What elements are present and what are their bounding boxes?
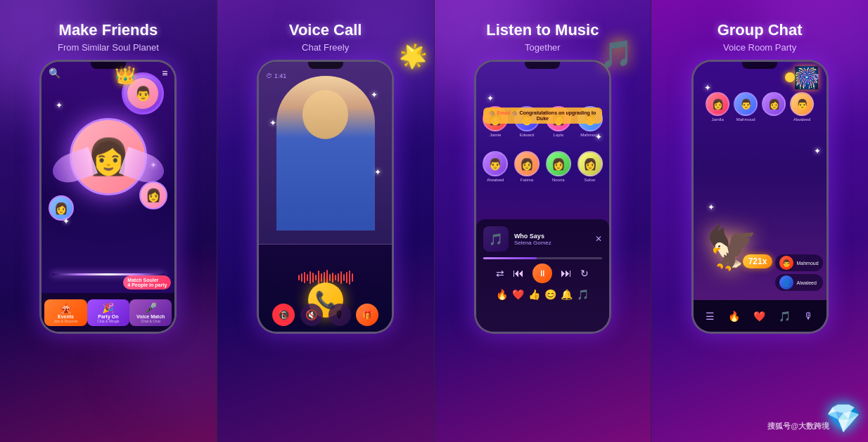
match-subtitle: 4 People in party	[127, 282, 167, 287]
panel4-subtitle: Voice Room Party	[723, 42, 796, 53]
avatar-layla-name: Layla	[554, 133, 563, 137]
group-av-mahmoud[interactable]: 👨 Mahmoud	[734, 92, 758, 122]
group-av-name-4: Alwaleed	[793, 117, 810, 122]
user-badge-mahmoud[interactable]: 👨 Mahmoud	[775, 254, 822, 271]
music-close[interactable]: ✕	[595, 234, 602, 244]
p4-nav-mic[interactable]: 🎙	[804, 311, 814, 322]
small-profile-right[interactable]: 👩	[139, 181, 167, 209]
emoji-like[interactable]: 👍	[528, 289, 540, 300]
bottom-nav-1: 🎪 Events Join & Discover 🎉 Party On Chat…	[42, 293, 174, 332]
group-av-alwaleed[interactable]: 👨 Alwaleed	[790, 92, 814, 122]
panel-group-chat: Group Chat Voice Room Party ↺ 🎆 👩 Jamila…	[651, 0, 868, 442]
events-icon: 🎪	[60, 302, 72, 313]
next-button[interactable]: ⏭	[561, 267, 572, 280]
wave-12	[329, 274, 331, 281]
progress-fill	[483, 257, 537, 259]
mic-button[interactable]: 🎙	[328, 304, 351, 326]
multiplier-value: 721x	[748, 256, 767, 266]
avatar-mahmoud-name: Mahmoud	[580, 133, 599, 137]
wave-18	[346, 272, 347, 283]
yellow-dot	[785, 72, 795, 82]
congrats-emoji: 🎊 Emad 🎊	[489, 110, 518, 115]
phone-notch-1	[91, 62, 126, 69]
avatar-alwaleed[interactable]: 👨 Alwaleed	[482, 151, 509, 182]
wing-decoration	[52, 132, 165, 174]
match-badge[interactable]: Match Souler 4 People in party	[123, 275, 171, 290]
music-info: 🎵 Who Says Selena Gomez ✕	[483, 226, 602, 252]
phone-mockup-4: ↺ 🎆 👩 Jamila 👨 Mahmoud 👩 �	[691, 60, 829, 334]
gift-button[interactable]: 🎁	[356, 304, 378, 326]
phone-screen-1: 🔍 ≡ 👑 👨 👩 👩 👩	[42, 62, 174, 332]
progress-bar[interactable]	[483, 257, 602, 259]
play-pause-button[interactable]: ⏸	[532, 264, 552, 283]
wave-16	[340, 271, 342, 284]
p4-nav-fire[interactable]: 🔥	[728, 311, 740, 322]
wave-13	[332, 273, 333, 282]
user-badge-alwaleed[interactable]: 👤 Alwaleed	[775, 274, 822, 291]
guardian-figure: 🦅	[697, 198, 767, 297]
congrats-text: Congratulations on upgrading to Duke	[519, 110, 596, 121]
avatar-jamie-name: Jamie	[490, 133, 501, 137]
search-icon-1[interactable]: 🔍	[49, 67, 60, 79]
panel4-title: Group Chat	[717, 21, 803, 39]
multiplier-badge: 721x	[743, 254, 773, 268]
prev-button[interactable]: ⏮	[513, 267, 524, 280]
wave-15	[338, 273, 339, 282]
badge-name-alwaleed: Alwaleed	[796, 280, 816, 285]
party-icon: 🎉	[102, 302, 114, 313]
phone-notch-3	[525, 62, 560, 69]
nav-events[interactable]: 🎪 Events Join & Discover	[44, 299, 87, 326]
avatar-nooria-circle: 👩	[546, 151, 571, 176]
phone-mockup-3: 🎊 Emad 🎊 Congratulations on upgrading to…	[474, 60, 611, 334]
panel3-subtitle: Together	[525, 42, 561, 53]
group-av-circle-1: 👩	[706, 92, 729, 116]
emoji-heart[interactable]: ❤️	[512, 289, 524, 300]
diamond-decoration: 💎	[826, 402, 861, 435]
badge-av-mahmoud: 👨	[779, 256, 793, 270]
events-sublabel: Join & Discover	[53, 319, 78, 323]
music-list[interactable]: 🎵	[577, 289, 589, 300]
avatar-fatima[interactable]: 👩 Fatima	[513, 151, 541, 182]
wave-10	[324, 272, 325, 283]
group-av-name-2: Mahmoud	[736, 117, 755, 122]
wave-14	[335, 275, 336, 280]
congrats-banner: 🎊 Emad 🎊 Congratulations on upgrading to…	[483, 108, 602, 124]
panel2-title: Voice Call	[289, 21, 362, 39]
p4-nav-bell[interactable]: 🎵	[779, 311, 791, 322]
shuffle-button[interactable]: ⇄	[496, 268, 504, 279]
avatar-fatima-circle: 👩	[514, 151, 540, 176]
phone-notch-4	[742, 62, 777, 69]
nav-party[interactable]: 🎉 Party On Chat & Mingle	[87, 299, 129, 326]
p4-nav-menu[interactable]: ☰	[706, 311, 715, 322]
nav-voice[interactable]: 🎤 Voice Match Chat & Chat	[129, 299, 172, 326]
music-thumbnail: 🎵	[483, 226, 509, 252]
wave-7	[315, 275, 317, 280]
filter-icon-1[interactable]: ≡	[162, 67, 167, 79]
small-profile-left[interactable]: 👩	[49, 195, 74, 221]
p4-nav-heart[interactable]: ❤️	[753, 311, 765, 322]
emoji-fire[interactable]: 🔥	[496, 289, 508, 300]
wave-3	[304, 272, 305, 283]
music-title: Who Says	[514, 233, 589, 240]
group-av-circle-3: 👩	[762, 92, 786, 116]
avatar-alwaleed-name: Alwaleed	[487, 178, 504, 182]
badge-name-mahmoud: Mahmoud	[796, 261, 818, 266]
events-label: Events	[58, 314, 74, 319]
emoji-smile[interactable]: 😊	[544, 289, 556, 300]
mute-button[interactable]: 🔇	[300, 304, 323, 326]
avatar-sahar[interactable]: 👩 Sahar	[576, 151, 604, 182]
wave-9	[321, 273, 322, 282]
end-call-button[interactable]: 📵	[272, 304, 295, 326]
avatar-nooria[interactable]: 👩 Nooria	[544, 151, 572, 182]
wave-5	[309, 271, 311, 284]
group-av-jamila[interactable]: 👩 Jamila	[706, 92, 729, 122]
voice-label: Voice Match	[136, 314, 165, 319]
group-av-3[interactable]: 👩	[762, 92, 786, 122]
panel1-subtitle: From Similar Soul Planet	[58, 42, 159, 53]
repeat-button[interactable]: ↻	[580, 268, 589, 279]
voice-icon: 🎤	[145, 302, 157, 313]
group-av-name-1: Jamila	[711, 117, 723, 122]
sparkle-p4-2: ✦	[814, 146, 821, 156]
music-vol[interactable]: 🔔	[561, 289, 573, 300]
p4-bottom-nav: ☰ 🔥 ❤️ 🎵 🎙	[694, 300, 826, 332]
